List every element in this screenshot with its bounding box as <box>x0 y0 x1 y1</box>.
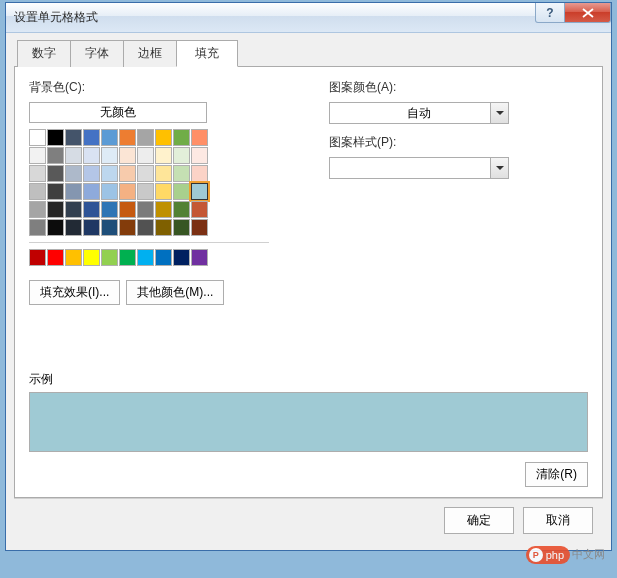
pattern-style-label: 图案样式(P): <box>329 134 588 151</box>
color-swatch[interactable] <box>65 219 82 236</box>
color-swatch[interactable] <box>29 147 46 164</box>
fill-effects-button[interactable]: 填充效果(I)... <box>29 280 120 305</box>
color-swatch[interactable] <box>47 147 64 164</box>
color-swatch[interactable] <box>83 201 100 218</box>
color-swatch[interactable] <box>173 147 190 164</box>
color-swatch[interactable] <box>65 183 82 200</box>
color-swatch[interactable] <box>191 129 208 146</box>
format-cells-dialog: 设置单元格格式 ? 数字字体边框填充 背景色(C): 无颜色 填充效果(I)..… <box>5 2 612 551</box>
color-swatch[interactable] <box>29 165 46 182</box>
color-swatch[interactable] <box>119 165 136 182</box>
color-swatch[interactable] <box>119 219 136 236</box>
color-swatch[interactable] <box>155 201 172 218</box>
bgcolor-label: 背景色(C): <box>29 79 269 96</box>
color-swatch[interactable] <box>47 129 64 146</box>
color-swatch[interactable] <box>155 129 172 146</box>
color-swatch[interactable] <box>29 183 46 200</box>
color-swatch[interactable] <box>191 165 208 182</box>
color-swatch[interactable] <box>29 219 46 236</box>
color-swatch[interactable] <box>65 201 82 218</box>
color-swatch[interactable] <box>119 129 136 146</box>
color-swatch[interactable] <box>137 219 154 236</box>
color-swatch[interactable] <box>173 183 190 200</box>
color-swatch[interactable] <box>83 129 100 146</box>
color-swatch[interactable] <box>119 183 136 200</box>
color-swatch[interactable] <box>65 165 82 182</box>
theme-color-grid <box>29 129 269 236</box>
tab-1[interactable]: 字体 <box>70 40 124 67</box>
color-swatch[interactable] <box>101 129 118 146</box>
color-swatch[interactable] <box>155 165 172 182</box>
chevron-down-icon <box>490 103 508 123</box>
no-color-button[interactable]: 无颜色 <box>29 102 207 123</box>
color-swatch[interactable] <box>191 201 208 218</box>
color-swatch[interactable] <box>155 183 172 200</box>
color-swatch[interactable] <box>137 147 154 164</box>
tab-3[interactable]: 填充 <box>176 40 238 67</box>
standard-color-swatch[interactable] <box>65 249 82 266</box>
tabstrip: 数字字体边框填充 <box>14 39 603 67</box>
color-swatch[interactable] <box>173 219 190 236</box>
standard-color-swatch[interactable] <box>119 249 136 266</box>
color-swatch[interactable] <box>173 129 190 146</box>
color-swatch[interactable] <box>191 147 208 164</box>
more-colors-button[interactable]: 其他颜色(M)... <box>126 280 224 305</box>
pattern-color-label: 图案颜色(A): <box>329 79 588 96</box>
color-swatch[interactable] <box>29 129 46 146</box>
color-swatch[interactable] <box>101 147 118 164</box>
window-buttons: ? <box>535 3 611 23</box>
standard-color-swatch[interactable] <box>47 249 64 266</box>
sample-label: 示例 <box>29 371 588 388</box>
standard-color-grid <box>29 249 269 266</box>
color-swatch[interactable] <box>137 201 154 218</box>
standard-color-swatch[interactable] <box>155 249 172 266</box>
color-swatch[interactable] <box>65 147 82 164</box>
tab-0[interactable]: 数字 <box>17 40 71 67</box>
close-button[interactable] <box>564 3 611 23</box>
tab-2[interactable]: 边框 <box>123 40 177 67</box>
cancel-button[interactable]: 取消 <box>523 507 593 534</box>
color-swatch[interactable] <box>155 219 172 236</box>
standard-color-swatch[interactable] <box>101 249 118 266</box>
color-swatch[interactable] <box>101 165 118 182</box>
ok-button[interactable]: 确定 <box>444 507 514 534</box>
pattern-color-select[interactable]: 自动 <box>329 102 509 124</box>
standard-color-swatch[interactable] <box>173 249 190 266</box>
color-swatch[interactable] <box>137 129 154 146</box>
color-swatch[interactable] <box>119 201 136 218</box>
color-swatch[interactable] <box>191 183 208 200</box>
color-swatch[interactable] <box>191 219 208 236</box>
color-swatch[interactable] <box>83 165 100 182</box>
color-swatch[interactable] <box>137 165 154 182</box>
color-swatch[interactable] <box>155 147 172 164</box>
pattern-style-select[interactable] <box>329 157 509 179</box>
window-title: 设置单元格格式 <box>14 9 98 26</box>
sample-section: 示例 <box>29 371 588 452</box>
color-swatch[interactable] <box>173 201 190 218</box>
color-swatch[interactable] <box>47 165 64 182</box>
color-swatch[interactable] <box>83 219 100 236</box>
standard-color-swatch[interactable] <box>137 249 154 266</box>
titlebar[interactable]: 设置单元格格式 ? <box>6 3 611 33</box>
standard-color-swatch[interactable] <box>191 249 208 266</box>
standard-color-swatch[interactable] <box>29 249 46 266</box>
standard-color-swatch[interactable] <box>83 249 100 266</box>
color-swatch[interactable] <box>173 165 190 182</box>
right-column: 图案颜色(A): 自动 图案样式(P): <box>329 79 588 305</box>
color-swatch[interactable] <box>47 183 64 200</box>
color-swatch[interactable] <box>101 183 118 200</box>
color-swatch[interactable] <box>65 129 82 146</box>
color-swatch[interactable] <box>83 147 100 164</box>
color-swatch[interactable] <box>119 147 136 164</box>
dialog-footer: 确定 取消 <box>14 498 603 542</box>
color-swatch[interactable] <box>101 201 118 218</box>
help-button[interactable]: ? <box>535 3 565 23</box>
color-swatch[interactable] <box>47 219 64 236</box>
color-swatch[interactable] <box>29 201 46 218</box>
dialog-body: 数字字体边框填充 背景色(C): 无颜色 填充效果(I)... 其他颜色(M).… <box>6 33 611 550</box>
clear-button[interactable]: 清除(R) <box>525 462 588 487</box>
color-swatch[interactable] <box>83 183 100 200</box>
color-swatch[interactable] <box>137 183 154 200</box>
color-swatch[interactable] <box>101 219 118 236</box>
color-swatch[interactable] <box>47 201 64 218</box>
